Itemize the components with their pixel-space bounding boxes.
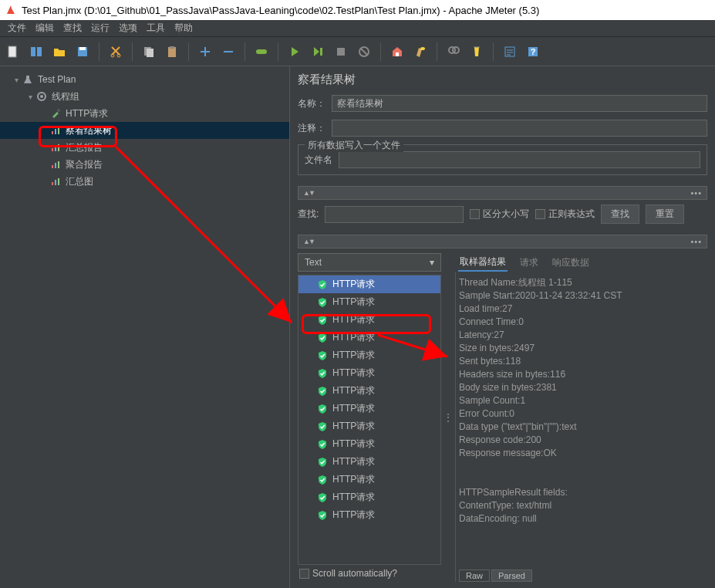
shield-success-icon xyxy=(317,350,328,361)
section-collapse-bar[interactable]: ▲▼ ••• xyxy=(298,186,707,200)
collapse-icon[interactable]: ▾ xyxy=(11,76,22,84)
result-item-label: HTTP请求 xyxy=(332,367,375,380)
save-icon[interactable] xyxy=(74,43,91,60)
result-item[interactable]: HTTP请求 xyxy=(298,364,440,382)
result-item[interactable]: HTTP请求 xyxy=(298,346,440,364)
remove-icon[interactable] xyxy=(220,43,237,60)
menu-search[interactable]: 查找 xyxy=(59,22,86,35)
result-item[interactable]: HTTP请求 xyxy=(298,293,440,311)
result-item[interactable]: HTTP请求 xyxy=(298,488,440,506)
copy-icon[interactable] xyxy=(140,43,157,60)
renderer-dropdown[interactable]: Text ▾ xyxy=(298,253,441,272)
vertical-drag-handle[interactable]: ⋮ xyxy=(446,253,450,582)
detail-line: Size in bytes:2497 xyxy=(459,342,704,355)
details-panel: 察看结果树 名称： 注释： 所有数据写入一个文件 文件名 ▲▼ ••• 查找: … xyxy=(290,66,715,588)
menu-file[interactable]: 文件 xyxy=(3,22,31,35)
menu-edit[interactable]: 编辑 xyxy=(31,22,59,35)
menu-run[interactable]: 运行 xyxy=(86,22,114,35)
result-item[interactable]: HTTP请求 xyxy=(298,471,440,488)
shield-success-icon xyxy=(317,368,328,379)
regex-checkbox[interactable]: 正则表达式 xyxy=(535,208,595,221)
results-left-column: Text ▾ HTTP请求HTTP请求HTTP请求HTTP请求HTTP请求HTT… xyxy=(298,253,441,582)
result-item[interactable]: HTTP请求 xyxy=(298,275,440,293)
result-item[interactable]: HTTP请求 xyxy=(298,400,440,417)
tree-node-graph[interactable]: 汇总图 xyxy=(0,173,289,190)
clear-search-icon[interactable] xyxy=(468,43,485,60)
shield-success-icon xyxy=(317,279,328,290)
result-item-label: HTTP请求 xyxy=(332,384,375,397)
result-item-label: HTTP请求 xyxy=(332,349,375,362)
name-input[interactable] xyxy=(332,95,707,112)
collapse-icon[interactable]: ▾ xyxy=(25,93,35,101)
result-item-label: HTTP请求 xyxy=(332,473,375,486)
search-input[interactable] xyxy=(325,206,464,223)
svg-rect-28 xyxy=(55,146,56,151)
add-icon[interactable] xyxy=(197,43,214,60)
filename-label: 文件名 xyxy=(305,154,339,167)
search-tb-icon[interactable] xyxy=(445,43,462,60)
case-sensitive-checkbox[interactable]: 区分大小写 xyxy=(470,208,529,221)
main-area: ▾ Test Plan ▾ 线程组 HTTP请求 察看结果树 汇总报告 聚合报告… xyxy=(0,66,715,588)
run-notimer-icon[interactable] xyxy=(309,43,326,60)
tab-request[interactable]: 请求 xyxy=(518,255,540,271)
result-list[interactable]: HTTP请求HTTP请求HTTP请求HTTP请求HTTP请求HTTP请求HTTP… xyxy=(298,275,441,565)
templates-icon[interactable] xyxy=(28,43,45,60)
menu-options[interactable]: 选项 xyxy=(114,22,142,35)
menu-tools[interactable]: 工具 xyxy=(142,22,170,35)
filename-input[interactable] xyxy=(339,151,700,168)
window-titlebar: Test Plan.jmx (D:\01_Github\01_PassJava\… xyxy=(0,0,715,20)
result-item[interactable]: HTTP请求 xyxy=(298,382,440,400)
paste-icon[interactable] xyxy=(164,43,180,60)
toggle-icon[interactable] xyxy=(253,43,270,60)
result-item[interactable]: HTTP请求 xyxy=(298,506,440,524)
clear-icon[interactable] xyxy=(389,43,406,60)
result-item[interactable]: HTTP请求 xyxy=(298,435,440,453)
tree-node-testplan[interactable]: ▾ Test Plan xyxy=(0,71,289,88)
tab-sampler-result[interactable]: 取样器结果 xyxy=(458,254,508,272)
svg-point-22 xyxy=(40,95,43,98)
tab-parsed[interactable]: Parsed xyxy=(491,569,532,582)
result-item-label: HTTP请求 xyxy=(332,296,375,309)
help-icon[interactable]: ? xyxy=(524,43,541,60)
tree-node-results-tree[interactable]: 察看结果树 xyxy=(0,122,289,139)
result-item[interactable]: HTTP请求 xyxy=(298,453,440,471)
result-item[interactable]: HTTP请求 xyxy=(298,417,440,435)
shield-success-icon xyxy=(317,297,328,308)
result-item[interactable]: HTTP请求 xyxy=(298,329,440,346)
detail-line: Error Count:0 xyxy=(459,407,704,421)
cut-icon[interactable] xyxy=(107,43,124,60)
tab-raw[interactable]: Raw xyxy=(459,569,490,582)
detail-line xyxy=(459,473,704,486)
clear-all-icon[interactable] xyxy=(412,43,429,60)
shutdown-icon[interactable] xyxy=(356,43,373,60)
detail-line: Load time:27 xyxy=(459,302,704,316)
stop-icon[interactable] xyxy=(332,43,349,60)
new-icon[interactable] xyxy=(5,43,22,60)
tree-node-http[interactable]: HTTP请求 xyxy=(0,105,289,122)
function-helper-icon[interactable] xyxy=(501,43,518,60)
open-icon[interactable] xyxy=(51,43,68,60)
menu-help[interactable]: 帮助 xyxy=(170,22,197,35)
result-item-label: HTTP请求 xyxy=(332,313,375,326)
tree-node-threadgroup[interactable]: ▾ 线程组 xyxy=(0,88,289,105)
section-collapse-bar-2[interactable]: ▲▼ ••• xyxy=(298,235,707,248)
comment-input[interactable] xyxy=(332,120,707,137)
tree-node-aggregate[interactable]: 聚合报告 xyxy=(0,156,289,173)
run-icon[interactable] xyxy=(286,43,303,60)
detail-line: Headers size in bytes:116 xyxy=(459,368,704,381)
detail-line: Sample Start:2020-11-24 23:32:41 CST xyxy=(459,289,704,302)
file-fieldset: 所有数据写入一个文件 文件名 xyxy=(298,144,707,175)
find-button[interactable]: 查找 xyxy=(601,204,639,224)
scroll-auto-checkbox[interactable]: Scroll automatically? xyxy=(298,565,441,582)
detail-line: Thread Name:线程组 1-115 xyxy=(459,276,704,289)
result-item[interactable]: HTTP请求 xyxy=(298,311,440,329)
svg-text:?: ? xyxy=(531,47,536,56)
tab-response[interactable]: 响应数据 xyxy=(551,255,591,271)
detail-textarea[interactable]: ⋮ Thread Name:线程组 1-115Sample Start:2020… xyxy=(455,272,707,582)
dropdown-value: Text xyxy=(305,257,322,268)
vertical-drag-handle-2[interactable]: ⋮ xyxy=(455,427,460,439)
svg-rect-32 xyxy=(58,161,59,168)
tree-node-summary[interactable]: 汇总报告 xyxy=(0,139,289,156)
tree-label: 汇总报告 xyxy=(66,141,103,154)
reset-button[interactable]: 重置 xyxy=(646,204,684,224)
